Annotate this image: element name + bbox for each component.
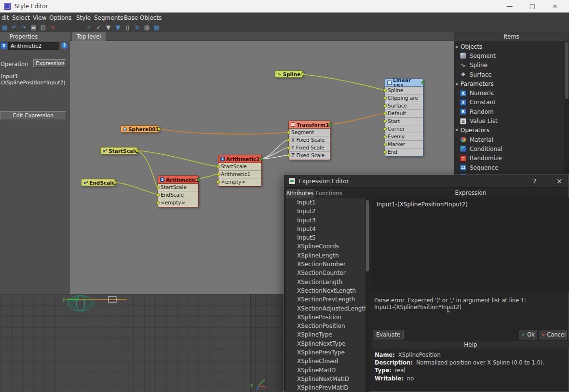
attribute-item[interactable]: XSplineClosed xyxy=(286,357,366,365)
input-port[interactable] xyxy=(156,201,160,204)
node-arithmetic2-header[interactable]: Σ Arithmetic2 xyxy=(218,155,261,163)
items-section-operators[interactable]: Operators xyxy=(454,126,564,135)
items-item-segment[interactable]: Segment xyxy=(454,51,564,60)
items-item-numeric[interactable]: XNumeric xyxy=(454,88,564,97)
input-port[interactable] xyxy=(383,150,387,154)
port-row[interactable]: Clipping are xyxy=(385,95,423,102)
items-item-value-list[interactable]: ≡Value List xyxy=(454,116,564,125)
delete-icon[interactable]: × xyxy=(49,24,56,32)
port-row[interactable]: Evenly xyxy=(385,133,423,141)
attribute-item[interactable]: Input1 xyxy=(286,198,366,207)
attribute-item[interactable]: XSectionCounter xyxy=(286,269,366,277)
port-row[interactable]: StartScale xyxy=(218,163,261,171)
node-transform[interactable]: Transform1 Segment X Fixed Scale Y Fixed… xyxy=(288,121,330,160)
menu-view[interactable]: View xyxy=(33,13,46,23)
dialog-close-button[interactable]: × xyxy=(550,175,569,188)
node-arithmetic1-header[interactable]: Σ Arithmetic1 xyxy=(158,176,198,184)
port-row[interactable]: EndScale xyxy=(158,191,198,199)
port-row[interactable]: StartScale xyxy=(158,184,198,191)
input-port[interactable] xyxy=(217,180,220,184)
port-row[interactable]: Z Fixed Scale xyxy=(289,152,330,160)
menu-base-objects[interactable]: Base Objects xyxy=(124,13,162,23)
port-row[interactable]: Default xyxy=(385,110,423,118)
apply-check-icon[interactable]: ✓ xyxy=(85,24,93,32)
attribute-item[interactable]: XSplineType xyxy=(286,330,366,339)
menu-options[interactable]: Options xyxy=(49,13,71,23)
attribute-item[interactable]: XSplinePosition xyxy=(286,313,366,322)
items-item-material[interactable]: Material xyxy=(454,135,564,144)
output-port[interactable] xyxy=(113,181,117,184)
attribute-item[interactable]: Input2 xyxy=(286,207,366,216)
copy-icon[interactable]: ▣ xyxy=(30,24,37,32)
refresh-icon[interactable]: ↻ xyxy=(134,24,141,32)
output-port[interactable] xyxy=(301,72,304,76)
attribute-item[interactable]: XSplineCoords xyxy=(286,242,366,251)
items-item-sequence[interactable]: 12Sequence xyxy=(454,163,564,172)
scrollbar-thumb[interactable] xyxy=(366,200,369,271)
input-port[interactable] xyxy=(217,165,220,168)
operation-dropdown[interactable]: Expression ▾ xyxy=(33,59,66,68)
tab-functions[interactable]: Functions xyxy=(314,189,343,198)
port-row[interactable]: <empty> xyxy=(218,178,261,186)
filter-icon[interactable]: ▼ xyxy=(105,24,112,32)
node-startscale[interactable]: x² StartScale xyxy=(100,147,137,154)
menu-select[interactable]: Select xyxy=(12,13,30,23)
menu-edit[interactable]: dit xyxy=(1,13,9,23)
dialog-titlebar[interactable]: Expression Editor ? × xyxy=(284,175,569,188)
input-port[interactable] xyxy=(217,173,220,176)
items-item-spline[interactable]: ∿Spline xyxy=(454,61,564,70)
tab-attributes[interactable]: Attributes xyxy=(286,189,314,198)
viewport[interactable]: y z xyxy=(0,294,284,392)
cancel-button[interactable]: × Cancel xyxy=(540,330,567,339)
undo-icon[interactable]: ↶ xyxy=(11,24,18,32)
items-item-surface[interactable]: ◆Surface xyxy=(454,70,564,79)
attribute-item[interactable]: XSplineNextType xyxy=(286,339,366,348)
output-port[interactable] xyxy=(421,81,425,84)
input-port[interactable] xyxy=(383,135,387,138)
node-sphere[interactable]: Sphere001 xyxy=(121,125,159,133)
notes-icon[interactable]: ▥ xyxy=(143,24,150,32)
port-row[interactable]: Surface xyxy=(385,102,423,110)
input-port[interactable] xyxy=(156,193,160,197)
help-badge[interactable]: ? xyxy=(61,42,68,49)
port-row[interactable]: <empty> xyxy=(158,199,198,207)
attribute-item[interactable]: Input4 xyxy=(286,225,366,233)
attribute-item[interactable]: XSectionAdjustedLength xyxy=(286,304,366,313)
input-port[interactable] xyxy=(287,146,290,149)
attribute-item[interactable]: XSectionLength xyxy=(286,278,366,286)
node-endscale[interactable]: x² EndScale xyxy=(81,179,115,186)
port-row[interactable]: Spline xyxy=(385,87,423,95)
port-row[interactable]: Y Fixed Scale xyxy=(289,144,330,152)
attribute-item[interactable]: XSplineLength xyxy=(286,251,366,260)
items-item-conditional[interactable]: Conditional xyxy=(454,144,564,153)
port-row[interactable]: Start xyxy=(385,118,423,125)
attribute-item[interactable]: XSectionNumber xyxy=(286,260,366,269)
attribute-item[interactable]: XSplineNextMatID xyxy=(286,375,366,383)
ok-button[interactable]: ✓ Ok xyxy=(519,330,537,339)
node-spline[interactable]: ∿ Spline xyxy=(275,70,303,78)
evaluate-button[interactable]: Evaluate xyxy=(373,330,404,339)
items-item-constant[interactable]: 2Constant xyxy=(454,98,564,107)
items-item-randomize[interactable]: ∷Randomize xyxy=(454,154,564,163)
attributes-scrollbar[interactable] xyxy=(366,198,369,392)
edit-expression-button[interactable]: Edit Expression xyxy=(0,111,66,120)
port-row[interactable]: Arithmetic1 xyxy=(218,171,261,178)
attribute-item[interactable]: XSplineMatID xyxy=(286,366,366,375)
input-port[interactable] xyxy=(383,89,387,92)
port-row[interactable]: X Fixed Scale xyxy=(289,136,330,144)
attribute-item[interactable]: XSectionPrevLength xyxy=(286,295,366,304)
paste-icon[interactable]: ▤ xyxy=(40,24,47,32)
node-transform-header[interactable]: Transform1 xyxy=(289,121,330,129)
port-row[interactable]: Segment xyxy=(289,129,330,136)
attribute-item[interactable]: XSplinePrevType xyxy=(286,348,366,357)
input-port[interactable] xyxy=(287,138,290,142)
node-arithmetic2[interactable]: Σ Arithmetic2 StartScale Arithmetic1 <em… xyxy=(218,155,262,187)
items-item-random[interactable]: RRandom xyxy=(454,107,564,116)
port-row[interactable]: Marker xyxy=(385,141,423,149)
node-name-input[interactable] xyxy=(8,42,59,50)
nav-grid-icon[interactable]: ▦ xyxy=(1,24,8,32)
attribute-item[interactable]: XSectionNextLength xyxy=(286,286,366,295)
output-port[interactable] xyxy=(135,149,139,152)
minimize-button[interactable]: — xyxy=(499,0,521,13)
output-port[interactable] xyxy=(260,157,263,161)
